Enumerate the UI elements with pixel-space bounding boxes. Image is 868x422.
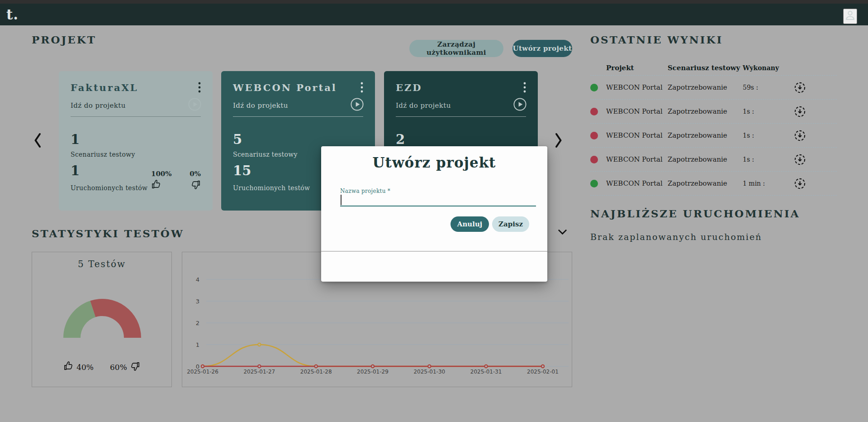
top-navbar: t.: [0, 4, 868, 25]
download-result-button[interactable]: [794, 82, 806, 93]
scenario-label: Scenariusz testowy: [233, 151, 298, 158]
fail-percent: 0%: [190, 170, 201, 178]
download-icon: [794, 184, 806, 191]
chevron-left-icon: [32, 143, 43, 150]
gauge-legend: 40% 60%: [32, 361, 171, 373]
dialog-title: Utwórz projekt: [321, 154, 547, 171]
card-menu-button[interactable]: [360, 82, 363, 94]
scenario-label: Scenariusz testowy: [71, 151, 135, 158]
download-result-button[interactable]: [794, 106, 806, 117]
test-stats-heading: STATYSTYKI TESTÓW: [32, 227, 184, 240]
download-result-button[interactable]: [794, 130, 806, 141]
result-row: WEBCON Portal Zapotrzebowanie 59s :: [590, 76, 837, 100]
download-icon: [794, 112, 806, 119]
carousel-next-button[interactable]: [553, 132, 564, 149]
card-divider: [233, 116, 363, 117]
go-to-project-link[interactable]: Idź do projektu: [233, 101, 288, 110]
text-cursor: [341, 195, 342, 205]
chevron-down-icon: [557, 230, 568, 236]
tests-gauge-panel: 5 Testów 40% 60%: [32, 252, 172, 387]
svg-text:2025-01-26: 2025-01-26: [187, 369, 218, 375]
card-divider: [396, 116, 526, 117]
result-scenario: Zapotrzebowanie: [668, 155, 743, 163]
svg-text:2: 2: [196, 320, 199, 326]
dashboard-page: t. PROJEKT Zarządzaj użytkownikami Utwór…: [0, 0, 868, 422]
result-project: WEBCON Portal: [606, 83, 668, 91]
runs-count: 15: [233, 163, 251, 178]
scenario-count: 5: [233, 132, 242, 147]
projects-heading: PROJEKT: [32, 34, 96, 46]
project-card-fakturaxl: FakturaXL Idź do projektu 1 Scenariusz t…: [59, 71, 213, 211]
user-account-button[interactable]: [843, 9, 857, 24]
dialog-divider: [321, 251, 547, 252]
card-menu-button[interactable]: [523, 82, 526, 94]
result-scenario: Zapotrzebowanie: [668, 107, 743, 115]
result-scenario: Zapotrzebowanie: [668, 179, 743, 187]
gauge-pass-percent: 40%: [76, 363, 94, 372]
svg-text:2025-01-30: 2025-01-30: [413, 369, 445, 375]
cancel-button[interactable]: Anuluj: [451, 216, 489, 232]
result-scenario: Zapotrzebowanie: [668, 83, 743, 91]
pass-fail-summary: 100%0%: [151, 170, 201, 192]
window-chrome-strip: [0, 0, 868, 4]
project-card-title: FakturaXL: [71, 82, 138, 93]
collapse-stats-button[interactable]: [557, 229, 568, 235]
result-duration: 59s :: [743, 84, 791, 91]
result-row: WEBCON Portal Zapotrzebowanie 1 min :: [590, 172, 837, 196]
svg-text:2025-02-01: 2025-02-01: [527, 369, 559, 375]
project-card-title: EZD: [396, 82, 422, 93]
scenario-count: 1: [71, 132, 80, 147]
result-scenario: Zapotrzebowanie: [668, 131, 743, 139]
svg-text:2025-01-29: 2025-01-29: [357, 369, 389, 375]
play-circle-icon[interactable]: [188, 97, 202, 113]
status-dot: [590, 156, 598, 163]
download-icon: [794, 160, 806, 167]
download-icon: [794, 88, 806, 95]
runs-label: Uruchomionych testów: [233, 184, 310, 192]
chevron-right-icon: [553, 143, 564, 150]
result-duration: 1 min :: [743, 180, 791, 187]
result-project: WEBCON Portal: [606, 179, 668, 187]
thumb-down-icon: [130, 361, 140, 373]
svg-text:2025-01-31: 2025-01-31: [470, 369, 502, 375]
status-dot: [590, 180, 598, 187]
svg-text:3: 3: [196, 298, 199, 305]
result-duration: 1s :: [743, 108, 791, 115]
recent-results-heading: OSTATNIE WYNIKI: [590, 34, 723, 46]
status-dot: [590, 108, 598, 115]
pass-percent: 100%: [151, 170, 172, 178]
recent-results-table: Projekt Scenariusz testowy Wykonany WEBC…: [590, 60, 837, 196]
go-to-project-link[interactable]: Idź do projektu: [71, 101, 126, 110]
thumb-down-icon: [190, 179, 201, 192]
create-project-button[interactable]: Utwórz projekt: [512, 40, 572, 57]
col-header-executed: Wykonany: [743, 64, 791, 72]
svg-text:2025-01-28: 2025-01-28: [300, 369, 332, 375]
result-project: WEBCON Portal: [606, 131, 668, 139]
play-circle-icon[interactable]: [350, 97, 364, 113]
upcoming-runs-empty-text: Brak zaplanowanych uruchomień: [590, 232, 762, 242]
app-logo[interactable]: t.: [6, 6, 19, 23]
runs-count: 1: [71, 163, 80, 178]
download-result-button[interactable]: [794, 154, 806, 165]
result-duration: 1s :: [743, 156, 791, 163]
status-dot: [590, 132, 598, 139]
save-button[interactable]: Zapisz: [492, 216, 529, 232]
card-divider: [71, 116, 201, 117]
upcoming-runs-heading: NAJBLIŻSZE URUCHOMIENIA: [590, 207, 800, 220]
runs-label: Uruchomionych testów: [71, 184, 147, 192]
person-icon: [844, 16, 856, 23]
result-row: WEBCON Portal Zapotrzebowanie 1s :: [590, 100, 837, 124]
project-card-title: WEBCON Portal: [233, 82, 337, 93]
result-row: WEBCON Portal Zapotrzebowanie 1s :: [590, 124, 837, 148]
go-to-project-link[interactable]: Idź do projektu: [396, 101, 451, 110]
download-result-button[interactable]: [794, 178, 806, 189]
svg-text:2025-01-27: 2025-01-27: [243, 369, 275, 375]
project-name-input[interactable]: [340, 193, 536, 206]
create-project-dialog: Utwórz projekt Nazwa projektu * Anuluj Z…: [321, 146, 547, 282]
manage-users-button[interactable]: Zarządzaj użytkownikami: [409, 40, 503, 57]
play-circle-icon[interactable]: [513, 97, 527, 113]
card-menu-button[interactable]: [198, 82, 201, 94]
carousel-prev-button[interactable]: [32, 132, 43, 149]
results-table-header: Projekt Scenariusz testowy Wykonany: [590, 60, 837, 76]
col-header-scenario: Scenariusz testowy: [668, 64, 743, 72]
